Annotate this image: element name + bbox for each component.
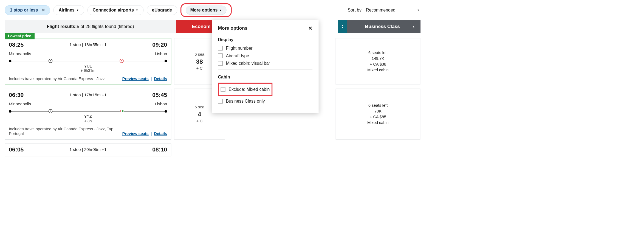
flight-card[interactable]: Lowest price 08:25 1 stop | 18hr55m +1 0… [5,38,171,85]
checkbox-business-only[interactable]: Business Class only [218,99,313,104]
carrier-logo-icon [49,59,53,63]
sort-value: Recommended [366,7,395,12]
chevron-down-icon: ▼ [136,9,138,12]
sort-label: Sort by: [348,8,363,13]
close-icon[interactable]: ✕ [308,25,312,31]
arrive-time: 08:10 [152,146,167,153]
preview-seats-link[interactable]: Preview seats [122,77,149,81]
arrive-time: 05:45 [152,92,167,98]
chip-label: eUpgrade [152,8,172,13]
depart-time: 06:30 [9,92,24,98]
connection-layover: + 8h [9,119,167,123]
carrier-logo-icon [49,109,53,113]
filter-chip-airlines[interactable]: Airlines ▼ [53,5,84,15]
destination: Lisbon [155,51,167,56]
duration-stops: 1 stop | 17hr15m +1 [69,92,106,97]
checkbox-exclude-mixed-cabin[interactable]: Exclude: Mixed cabin [221,87,270,92]
flight-row: 06:05 1 stop | 20hr05m +1 08:10 [5,143,420,156]
route-track [9,59,167,63]
filter-bar: 1 stop or less ✕ Airlines ▼ Connection a… [0,0,425,20]
arrive-time: 09:20 [152,41,167,48]
chip-label: 1 stop or less [10,8,38,13]
checkbox-aircraft-type[interactable]: Aircraft type [218,53,313,58]
popover-title: More options [218,25,248,31]
flight-card[interactable]: 06:05 1 stop | 20hr05m +1 08:10 [5,143,171,156]
close-icon[interactable]: ✕ [42,8,45,12]
depart-time: 08:25 [9,41,24,48]
connection-layover: + 9h31m [9,68,167,73]
details-link[interactable]: Details [154,77,167,81]
checkbox-flight-number[interactable]: Flight number [218,46,313,50]
duration-stops: 1 stop | 18hr55m +1 [69,42,106,47]
chevron-up-icon: ▲ [413,25,415,28]
filter-chip-eupgrade[interactable]: eUpgrade [147,5,177,15]
chip-label: Airlines [59,8,75,13]
more-options-popover: More options ✕ Display Flight number Air… [212,20,318,113]
carrier-logo-icon [120,59,124,63]
results-count: Flight results:5 of 28 flights found (fi… [5,20,176,33]
duration-stops: 1 stop | 20hr05m +1 [69,147,106,152]
chevron-up-icon: ▲ [219,9,222,12]
filter-chip-connection-airports[interactable]: Connection airports ▼ [87,5,144,15]
filter-chip-more-options[interactable]: More options ▲ [180,3,231,17]
origin: Minneapolis [9,102,31,106]
operated-by: Includes travel operated by Air Canada E… [9,127,121,136]
sort-control[interactable]: Sort by: Recommended ▼ [348,6,420,14]
operated-by: Includes travel operated by Air Canada E… [9,77,104,81]
checkbox-mixed-cabin-bar[interactable]: Mixed cabin: visual bar [218,61,313,66]
chevron-down-icon: ▼ [76,9,79,12]
tab-business-class[interactable]: Business Class ▲ [347,20,420,33]
chevron-down-icon: ▼ [417,9,420,12]
section-cabin: Cabin [218,74,313,79]
filter-chip-stops[interactable]: 1 stop or less ✕ [5,5,50,15]
chip-label: Connection airports [93,8,134,13]
origin: Minneapolis [9,51,31,56]
flight-card[interactable]: 06:30 1 stop | 17hr15m +1 05:45 Minneapo… [5,89,171,140]
connection-code: YYZ [9,114,167,119]
destination: Lisbon [155,102,167,106]
connection-code: YUL [9,64,167,68]
fare-business[interactable]: 6 seats left 149.7K + CA $38 Mixed cabin [336,38,420,85]
fare-business[interactable]: 6 seats left 70K + CA $85 Mixed cabin [336,89,420,140]
section-display: Display [218,37,313,42]
preview-seats-link[interactable]: Preview seats [122,131,149,136]
lowest-price-badge: Lowest price [5,33,34,39]
depart-time: 06:05 [9,146,24,153]
column-sort-toggle[interactable] [338,20,347,33]
details-link[interactable]: Details [154,131,167,136]
chip-label: More options [190,8,218,13]
carrier-logo-icon: TP [120,109,124,113]
route-track: TP [9,109,167,114]
